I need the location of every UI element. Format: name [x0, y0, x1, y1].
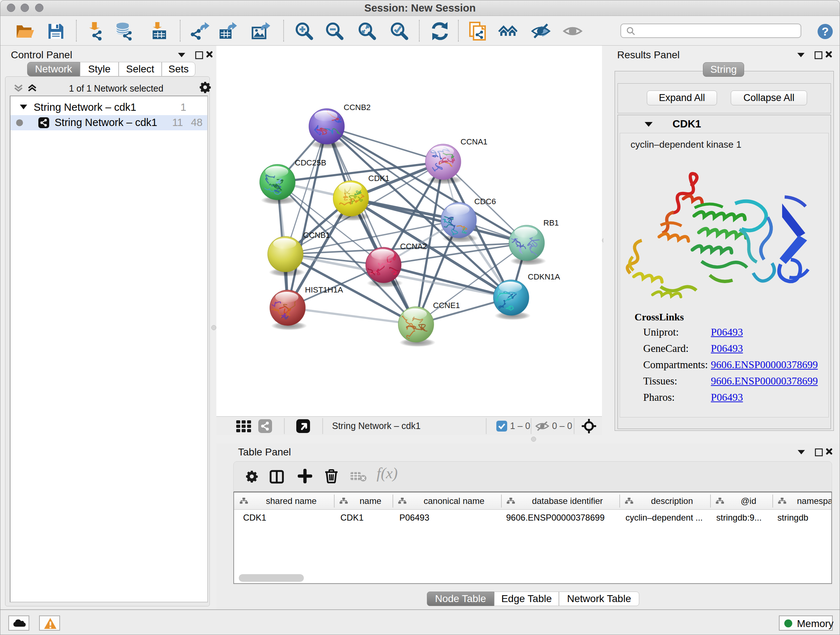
- svg-text:RB1: RB1: [543, 218, 559, 227]
- svg-text:CDKN1A: CDKN1A: [528, 272, 561, 281]
- svg-text:CDC6: CDC6: [474, 197, 496, 206]
- svg-text:CDK1: CDK1: [368, 174, 390, 183]
- svg-text:CCNB1: CCNB1: [303, 231, 330, 240]
- svg-text:CCNB2: CCNB2: [344, 103, 371, 112]
- svg-text:CCNA2: CCNA2: [400, 242, 427, 251]
- svg-text:?: ?: [821, 25, 829, 38]
- svg-text:CCNE1: CCNE1: [433, 301, 460, 310]
- svg-text:CDC25B: CDC25B: [295, 158, 326, 167]
- svg-text:CCNA1: CCNA1: [461, 137, 488, 146]
- svg-text:HIST1H1A: HIST1H1A: [305, 285, 343, 295]
